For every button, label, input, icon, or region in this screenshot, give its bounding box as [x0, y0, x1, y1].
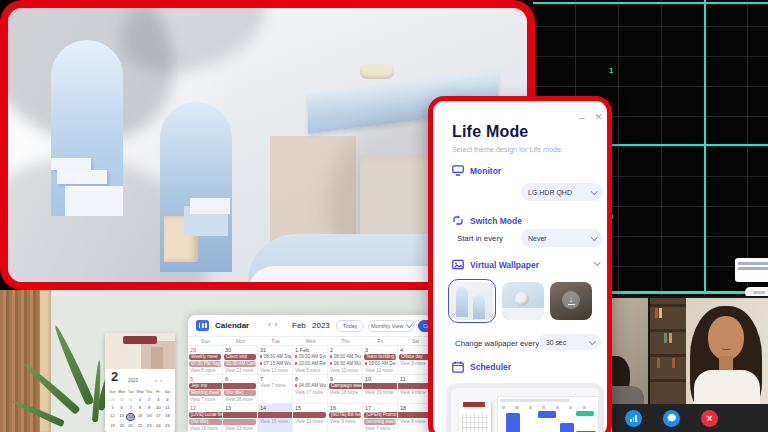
calendar-day-cell[interactable]: 14 View 15 more	[258, 404, 293, 432]
calendar-event[interactable]: 09:30 AM Sync u..	[294, 354, 326, 360]
calendar-day-cell[interactable]: 3Team building d..09:00 AM Design..View …	[363, 346, 398, 375]
wallpaper-thumb-selected[interactable]	[448, 279, 496, 323]
calendar-event[interactable]: Jeju trip	[189, 383, 222, 389]
calendar-event[interactable]: (No title)	[224, 390, 256, 396]
calendar-event[interactable]	[223, 419, 256, 425]
calendar-event[interactable]: recurring event	[364, 419, 396, 425]
view-more-link[interactable]: View 13 more	[258, 368, 292, 373]
calendar-day-cell[interactable]: 10 View 19 more	[363, 375, 398, 404]
view-more-link[interactable]: View 18 more	[328, 390, 362, 395]
view-more-link[interactable]: View 19 more	[363, 390, 397, 395]
close-button[interactable]: ×	[595, 112, 602, 122]
wall-day-number: 19	[108, 423, 117, 429]
calendar-event[interactable]: (No title)	[189, 419, 222, 425]
calendar-event[interactable]	[398, 383, 431, 389]
view-more-link[interactable]: View 16 more	[188, 426, 222, 431]
wallpaper-interval-dropdown[interactable]: 30 sec	[539, 334, 601, 350]
date-number: 17	[365, 405, 371, 411]
calendar-day-cell[interactable]: 1 Feb09:30 AM Sync u..10:00 AM Review..V…	[293, 346, 328, 375]
calendar-day-cell[interactable]: 15 View 13 more	[293, 404, 328, 432]
view-more-link[interactable]: View 26 more	[223, 397, 257, 402]
calendar-day-cell[interactable]: 5Jeju tripMorning meetView 7 more	[188, 375, 223, 404]
calendar-day-cell[interactable]: 30Client visit03:00 AM Cardio..View 23 m…	[223, 346, 258, 375]
calendar-event[interactable]: 09:00 AM Design..	[364, 361, 396, 367]
monitor-dropdown[interactable]: LG HDR QHD	[521, 183, 603, 201]
date-number: 3	[365, 347, 368, 353]
volume-button[interactable]	[625, 410, 642, 427]
calendar-day-cell[interactable]: 3108:30 AM Standu..07:15 AM Worko..View …	[258, 346, 293, 375]
calendar-event[interactable]	[223, 383, 256, 389]
calendar-event[interactable]: Campaign week	[329, 383, 362, 389]
month-nav-arrows[interactable]: ‹›	[268, 320, 281, 329]
current-month-label: Feb	[292, 321, 306, 330]
shelf-box	[360, 64, 394, 79]
view-more-link[interactable]: View 23 more	[223, 368, 257, 373]
view-mode-dropdown[interactable]: Monthly View	[368, 320, 414, 332]
wallpaper-thumb-download[interactable]: ↓	[550, 282, 592, 320]
section-collapse-chevron[interactable]	[594, 259, 600, 265]
calendar-event[interactable]: 07:00 PM Yoga cl..	[189, 361, 221, 367]
preview-paper-calendar	[459, 400, 491, 432]
view-more-link[interactable]: View 13 more	[293, 419, 327, 424]
calendar-event[interactable]	[398, 412, 431, 418]
switch-interval-dropdown[interactable]: Never	[521, 229, 603, 247]
calendar-day-cell[interactable]: 9Campaign weekView 18 more	[328, 375, 363, 404]
scheduler-preview-card[interactable]	[446, 383, 604, 432]
calendar-day-cell[interactable]: 804:30 AM Worko..View 17 more	[293, 375, 328, 404]
view-more-link[interactable]: View 7 more	[258, 383, 292, 388]
calendar-day-cell[interactable]: 13 View 13 more	[223, 404, 258, 432]
panel-subtitle: Select theme design for Life mode.	[452, 145, 563, 154]
view-more-link[interactable]: View 7 more	[363, 426, 397, 431]
calendar-event[interactable]: 06:30 AM Mornin..	[329, 361, 361, 367]
calendar-event[interactable]: [NOTE] Bill fest	[329, 412, 361, 418]
calendar-day-cell[interactable]: 12[LIVE] Lunar fes..(No title)View 16 mo…	[188, 404, 223, 432]
view-more-link[interactable]: View 13 more	[223, 426, 257, 431]
calendar-event[interactable]: Client visit	[224, 354, 256, 360]
date-number: 5	[190, 376, 193, 382]
calendar-day-cell[interactable]: 208:00 AM Team m..06:30 AM Mornin..View …	[328, 346, 363, 375]
calendar-event[interactable]: 08:00 AM Team m..	[329, 354, 361, 360]
view-more-link[interactable]: View 7 more	[188, 397, 222, 402]
calendar-event[interactable]: 10:00 AM Review..	[294, 361, 326, 367]
view-more-link[interactable]: View 17 more	[293, 390, 327, 395]
wall-day-number: 9	[145, 405, 154, 411]
calendar-event[interactable]: 03:00 AM Cardio..	[224, 361, 256, 367]
view-more-link[interactable]: View 10 more	[328, 368, 362, 373]
calendar-event[interactable]	[223, 412, 257, 418]
today-button[interactable]: Today	[336, 320, 364, 332]
calendar-day-cell[interactable]: 29Weekly meet07:00 PM Yoga cl..View 5 mo…	[188, 346, 223, 375]
view-more-link[interactable]: View 9 more	[398, 361, 432, 366]
view-more-link[interactable]: View 8 more	[398, 419, 432, 424]
chevron-down-icon	[591, 234, 597, 240]
view-more-link[interactable]: View 13 more	[363, 368, 397, 373]
calendar-event[interactable]: [LIVE] Lunar fes..	[189, 412, 222, 418]
view-more-link[interactable]: View 15 more	[258, 419, 292, 424]
view-more-link[interactable]: View 9 more	[328, 419, 362, 424]
end-call-button[interactable]: ×	[701, 410, 718, 427]
calendar-event[interactable]: Offsite day	[399, 354, 431, 360]
calendar-day-cell[interactable]: 17[OPEN] Promo W..recurring eventView 7 …	[363, 404, 398, 432]
chat-button[interactable]	[663, 410, 680, 427]
wallpaper-thumb-2[interactable]	[502, 282, 544, 320]
calendar-day-cell[interactable]: 6 (No title)View 26 more	[223, 375, 258, 404]
wall-day-number: 7	[126, 405, 135, 411]
minimize-button[interactable]: –	[579, 113, 585, 123]
calendar-event[interactable]	[363, 383, 397, 389]
view-more-link[interactable]: View 5 more	[293, 368, 327, 373]
calendar-event[interactable]: [OPEN] Promo W..	[364, 412, 397, 418]
view-more-link[interactable]: View 5 more	[188, 368, 222, 373]
wall-calendar-year: 2023	[128, 378, 138, 383]
calendar-event[interactable]: Team building d..	[364, 354, 396, 360]
calendar-event[interactable]: Weekly meet	[189, 354, 221, 360]
calendar-event[interactable]: 04:30 AM Worko..	[294, 383, 326, 389]
view-more-link[interactable]: View 9 more	[398, 390, 432, 395]
calendar-event[interactable]	[258, 412, 292, 418]
wall-day-number: 20	[117, 423, 126, 429]
calendar-event[interactable]: 07:15 AM Worko..	[259, 361, 291, 367]
calendar-day-cell[interactable]: 16[NOTE] Bill festView 9 more	[328, 404, 363, 432]
calendar-day-cell[interactable]: 7View 7 more	[258, 375, 293, 404]
calendar-event[interactable]: 08:30 AM Standu..	[259, 354, 291, 360]
wall-day-number: 30	[117, 397, 126, 403]
calendar-event[interactable]: Morning meet	[189, 390, 221, 396]
calendar-event[interactable]	[293, 412, 326, 418]
